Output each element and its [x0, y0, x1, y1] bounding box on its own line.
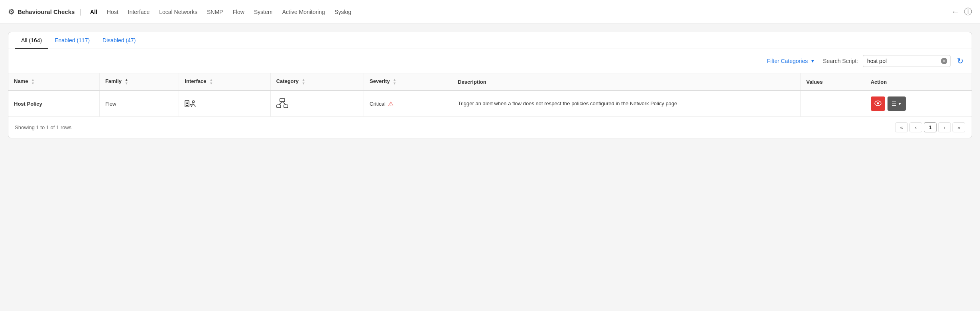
name-sort-icon[interactable]: ▲ ▼: [31, 78, 35, 85]
col-description: Description: [452, 73, 801, 91]
col-category: Category ▲ ▼: [270, 73, 364, 91]
svg-rect-1: [186, 102, 187, 102]
svg-rect-4: [187, 103, 188, 104]
next-page-button[interactable]: ›: [938, 122, 951, 132]
interface-sort-icon[interactable]: ▲ ▼: [209, 78, 213, 85]
cell-severity: Critical ⚠: [364, 91, 452, 116]
nav-all[interactable]: All: [86, 6, 101, 18]
main-card: All (164) Enabled (117) Disabled (47) Fi…: [8, 32, 972, 138]
svg-line-12: [282, 102, 286, 105]
cell-family: Flow: [99, 91, 179, 116]
col-interface: Interface ▲ ▼: [179, 73, 270, 91]
refresh-button[interactable]: ↻: [955, 55, 965, 67]
nav-interface[interactable]: Interface: [124, 6, 153, 18]
nav-flow[interactable]: Flow: [228, 6, 248, 18]
svg-rect-2: [187, 102, 188, 102]
cell-description: Trigger an alert when a flow does not re…: [452, 91, 801, 116]
tab-all[interactable]: All (164): [15, 32, 48, 49]
header-actions: ← ⓘ: [951, 6, 972, 17]
family-sort-icon[interactable]: ▲ ▼: [125, 78, 128, 85]
toolbar: Filter Categories ▼ Search Script: ✕ ↻: [8, 49, 972, 73]
search-script-label: Search Script:: [823, 58, 858, 64]
cell-values: [801, 91, 865, 116]
dropdown-arrow-icon: ▼: [898, 102, 902, 106]
col-name: Name ▲ ▼: [8, 73, 99, 91]
showing-label: Showing 1 to 1 of 1 rows: [15, 124, 71, 130]
category-sort-icon[interactable]: ▲ ▼: [302, 78, 305, 85]
nav-system[interactable]: System: [250, 6, 277, 18]
page-1-button[interactable]: 1: [924, 122, 937, 132]
col-values: Values: [801, 73, 865, 91]
svg-point-14: [877, 102, 879, 104]
nav-syslog[interactable]: Syslog: [331, 6, 355, 18]
toggle-button[interactable]: [871, 96, 885, 111]
severity-sort-icon[interactable]: ▲ ▼: [393, 78, 396, 85]
nav-host[interactable]: Host: [103, 6, 122, 18]
filter-categories-label: Filter Categories: [767, 58, 808, 64]
filter-categories-button[interactable]: Filter Categories ▼: [764, 56, 818, 66]
cell-name: Host Policy: [8, 91, 99, 116]
gear-icon: ⚙: [8, 8, 14, 16]
category-icon: [276, 104, 288, 110]
svg-rect-10: [284, 105, 288, 108]
nav-snmp[interactable]: SNMP: [203, 6, 227, 18]
search-wrapper: ✕: [863, 55, 950, 67]
main-nav: All Host Interface Local Networks SNMP F…: [86, 6, 951, 18]
tab-bar: All (164) Enabled (117) Disabled (47): [8, 32, 972, 49]
interface-icon: ⇄: [185, 100, 264, 108]
col-family: Family ▲ ▼: [99, 73, 179, 91]
cell-interface: ⇄: [179, 91, 270, 116]
menu-lines-icon: ☰: [891, 100, 897, 107]
prev-page-button[interactable]: ‹: [909, 122, 922, 132]
menu-button[interactable]: ☰ ▼: [888, 96, 906, 111]
svg-rect-9: [277, 105, 281, 108]
svg-line-11: [279, 102, 282, 105]
svg-rect-5: [186, 105, 188, 106]
first-page-button[interactable]: «: [895, 122, 908, 132]
table-footer: Showing 1 to 1 of 1 rows « ‹ 1 › »: [8, 116, 972, 138]
last-page-button[interactable]: »: [952, 122, 965, 132]
header: ⚙ Behavioural Checks | All Host Interfac…: [0, 0, 980, 24]
cell-category: [270, 91, 364, 116]
nav-active-monitoring[interactable]: Active Monitoring: [278, 6, 329, 18]
nav-local-networks[interactable]: Local Networks: [155, 6, 201, 18]
col-action: Action: [865, 73, 972, 91]
checks-table: Name ▲ ▼ Family ▲ ▼ Inte: [8, 73, 972, 116]
eye-icon: [874, 100, 882, 107]
tab-disabled[interactable]: Disabled (47): [96, 32, 142, 49]
warning-icon: ⚠: [388, 100, 394, 108]
table-row: Host Policy Flow: [8, 91, 972, 116]
brand: ⚙ Behavioural Checks: [8, 8, 75, 16]
col-severity: Severity ▲ ▼: [364, 73, 452, 91]
main-content: All (164) Enabled (117) Disabled (47) Fi…: [0, 24, 980, 146]
pagination: « ‹ 1 › »: [895, 122, 965, 132]
nav-divider: |: [79, 8, 81, 16]
search-input[interactable]: [863, 55, 950, 67]
tab-enabled[interactable]: Enabled (117): [48, 32, 96, 49]
help-icon[interactable]: ⓘ: [964, 6, 972, 17]
chevron-down-icon: ▼: [810, 58, 815, 64]
clear-search-button[interactable]: ✕: [941, 58, 947, 64]
table-header-row: Name ▲ ▼ Family ▲ ▼ Inte: [8, 73, 972, 91]
svg-rect-8: [280, 98, 285, 102]
back-icon[interactable]: ←: [951, 7, 959, 16]
cell-action: ☰ ▼: [865, 91, 972, 116]
svg-rect-3: [186, 103, 187, 104]
brand-label: Behavioural Checks: [18, 8, 75, 15]
